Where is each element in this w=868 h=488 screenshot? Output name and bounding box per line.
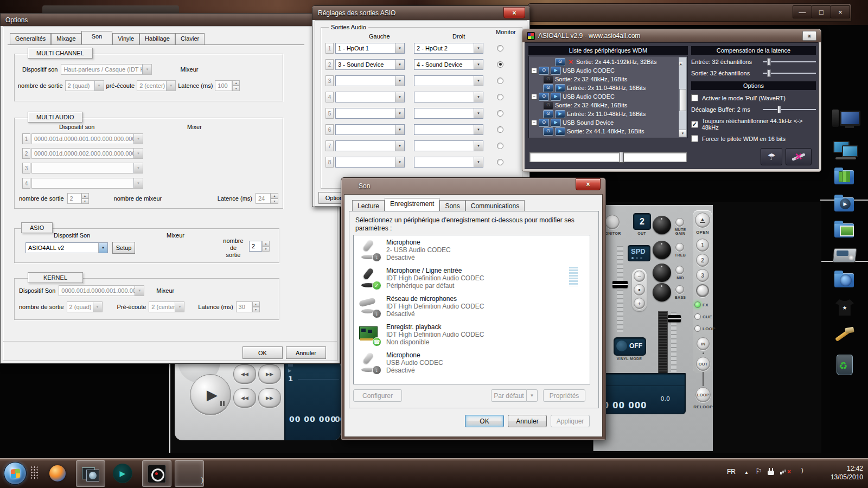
pitch-slider-handle[interactable] [612,281,628,288]
collapse-icon[interactable]: − [531,120,537,126]
tab-generalites[interactable]: Generalités [10,33,51,44]
tree-item[interactable]: − ⊙ ▶ USB Audio CODEC [531,92,687,101]
hotcue-3-button[interactable]: 3 [696,269,709,282]
cue-led[interactable] [694,313,701,320]
ma-latency-spinner[interactable]: 24 ▲▼ [256,193,278,204]
right-output-combo-6[interactable]: ▼ [414,124,483,135]
kernel-latency-spinner[interactable]: 30 ▲▼ [236,301,260,312]
tray-language[interactable]: FR [727,468,736,476]
right-output-combo-8[interactable]: ▼ [414,157,483,168]
left-output-combo-1[interactable]: 1 - HpOut 1▼ [335,43,405,54]
desktop-icon-tshirt[interactable]: ★ [831,296,859,321]
monitor-radio-5[interactable] [497,110,503,117]
tree-item[interactable]: ⊙ Sortie: 2x 32-48kHz, 16Bits [531,101,687,110]
hotcue-2-button[interactable]: 2 [696,254,709,267]
desktop-icon-computer[interactable] [831,106,859,131]
device-row-3[interactable]: ↓ Réseau de microphones IDT High Definit… [354,292,590,320]
desktop-icon-audio-device[interactable] [831,244,859,269]
mc-outputs-combo[interactable]: 2 (quad)▼ [65,80,104,91]
tree-item[interactable]: ⊙ ▶ Entrée: 2x 11.0-48kHz, 16Bits [531,84,687,92]
spin-up-icon[interactable]: ▲ [252,301,260,307]
latency-in-slider[interactable] [763,58,816,66]
fx-select-knob[interactable] [696,284,709,297]
tray-clock[interactable]: 12:42 13/05/2010 [811,464,863,481]
slider-handle[interactable] [767,58,771,66]
scroll-up-icon[interactable]: ▲ [679,62,682,66]
chevron-down-icon[interactable]: ▼ [395,125,404,134]
tab-clavier[interactable]: Clavier [175,33,205,44]
desktop-icon-documents-folder[interactable] [831,166,859,191]
chevron-down-icon[interactable]: ▼ [474,108,483,118]
fx-led[interactable] [694,301,701,308]
desktop-icon-tool[interactable] [831,324,859,349]
asio4all-titlebar[interactable]: ASIO4ALL v2.9 - www.asio4all.com × [522,29,821,42]
tree-item-label[interactable]: Sortie: 2x 44.1-48kHz, 16Bits [567,128,644,134]
vinyl-mode-display[interactable]: OFF [614,337,646,356]
ma-device-combo-1[interactable]: 0000.001d.0000.001.000.000.000.000.000▼ [31,133,143,144]
hotcue-1-button[interactable]: 1 [696,239,709,252]
spin-down-icon[interactable]: ▼ [232,86,240,91]
power-icon-off[interactable]: ⊙ [543,101,553,110]
left-output-combo-2[interactable]: 3 - Sound Device▼ [335,59,405,70]
latency-out-slider[interactable] [763,69,816,77]
play-icon[interactable]: ▶ [555,110,565,118]
spin-down-icon[interactable]: ▼ [262,246,270,252]
mc-device-combo[interactable]: Haut-parleurs / Casque (IDT High▼ [61,64,152,75]
treble-knob[interactable] [653,241,671,259]
ma-outputs-spinner[interactable]: 2 ▲▼ [67,193,89,204]
tab-vinyle[interactable]: Vinyle [112,33,139,44]
ma-device-combo-4[interactable]: ▼ [31,178,143,189]
buffer-slider-handle[interactable] [619,152,624,163]
tree-item-label[interactable]: Entrée: 2x 11.0-48kHz, 16Bits [567,111,646,117]
skip-forward-button[interactable]: ▶▶ [258,364,281,384]
asio-outputs-titlebar[interactable]: Réglages des sorties ASIO [312,6,529,20]
bass-kill-button[interactable] [675,285,684,294]
chevron-down-icon[interactable]: ▼ [133,178,143,188]
taskbar-volume-app-button[interactable]: ) [175,460,204,487]
device-listbox[interactable]: ↓ Microphone 2- USB Audio CODEC Désactiv… [353,235,590,384]
mid-knob[interactable] [653,264,671,282]
chevron-down-icon[interactable]: ▼ [142,65,151,74]
left-output-combo-6[interactable]: ▼ [335,124,405,135]
minimize-icon[interactable]: — [793,5,812,18]
tab-son[interactable]: Son [81,31,113,44]
tree-item[interactable]: ⊙ × Sortie: 2x 44.1-192kHz, 32Bits [531,57,687,66]
checkbox-checked[interactable]: ✓ [691,121,698,128]
tab-mixage[interactable]: Mixage [51,33,81,44]
collapse-icon[interactable]: − [531,68,537,74]
monitor-radio-3[interactable] [497,78,503,84]
ma-device-combo-2[interactable]: 0000.001d.0000.002.000.000.000.000.000▼ [31,148,143,159]
right-output-combo-7[interactable]: ▼ [414,140,483,151]
options-ok-button[interactable]: OK [242,346,283,359]
skip-back-button[interactable]: ◀◀ [233,364,256,384]
right-output-combo-3[interactable]: ▼ [414,75,483,86]
device-row-1[interactable]: ↓ Microphone 2- USB Audio CODEC Désactiv… [354,235,590,264]
action-center-flag-icon[interactable]: ⚐ [755,467,762,476]
desktop-icon-media-folder[interactable]: ▶ [831,193,859,218]
left-output-combo-3[interactable]: ▼ [335,75,405,86]
pitch-center-knob[interactable]: ● [634,284,645,296]
options-cancel-button[interactable]: Annuler [286,346,326,359]
gain-knob[interactable] [653,216,671,234]
network-icon[interactable]: × [780,468,790,476]
tab-sons[interactable]: Sons [439,200,465,211]
pitch-slider-track[interactable] [617,246,623,332]
mc-latency-spinner[interactable]: 100 ▲▼ [215,80,240,91]
tree-item-label[interactable]: Sortie: 2x 44.1-192kHz, 32Bits [576,59,657,65]
mid-kill-button[interactable] [675,266,684,274]
tree-item[interactable]: − ⊙ ▶ USB Sound Device [531,118,687,127]
power-icon[interactable]: ⊙ [543,84,553,92]
treble-kill-button[interactable] [675,243,684,252]
slider-handle[interactable] [777,106,781,113]
device-row-5[interactable]: ↓ Microphone USB Audio CODEC Désactivé [354,348,590,376]
chevron-down-icon[interactable]: ▼ [395,76,404,86]
eject-button[interactable]: ▲ [695,213,710,228]
play-icon[interactable]: ▶ [551,93,561,101]
ma-device-combo-3[interactable]: ▼ [31,163,143,174]
play-icon[interactable]: ▶ [555,127,565,136]
mc-preecoute-combo[interactable]: 2 (center)▼ [137,80,176,91]
left-output-combo-8[interactable]: ▼ [335,157,405,168]
scroll-down-icon[interactable]: ▼ [679,130,686,137]
chevron-down-icon[interactable]: ▼ [395,108,404,118]
checkbox-unchecked[interactable] [691,135,698,142]
